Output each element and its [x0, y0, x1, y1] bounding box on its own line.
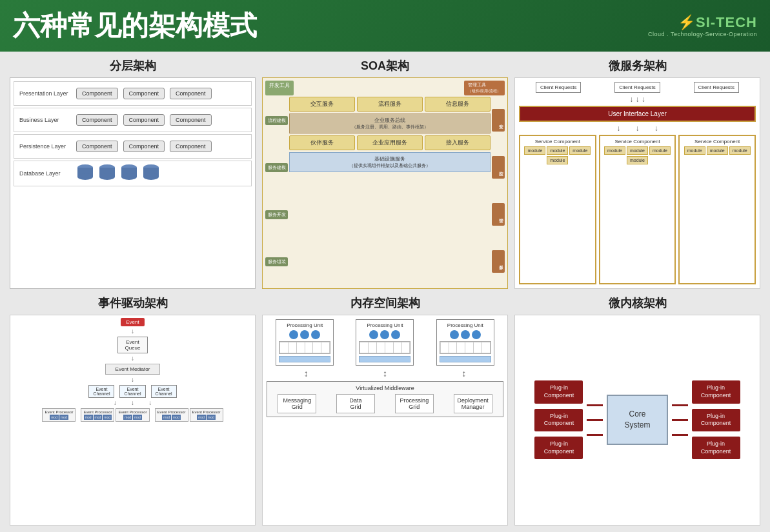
ep-mod: mod	[197, 415, 206, 420]
soa-label-1: 流程建模	[265, 116, 288, 125]
soa-rlabel-1: 安全	[492, 109, 505, 132]
ep-mod: mod	[103, 415, 112, 420]
ep-modules: mod mod mod	[84, 415, 112, 420]
kernel-title: 微内核架构	[609, 295, 667, 311]
layer-presentation: Presentation Layer Component Component C…	[14, 81, 252, 106]
dot	[300, 330, 309, 339]
soa-right-labels: 安全 监控 管理 服务	[492, 97, 505, 286]
module: module	[684, 146, 705, 155]
section-kernel: 微内核架构 Plug-inComponent Plug-inComponent …	[514, 295, 760, 526]
channel-col-3: EventChannel	[151, 385, 177, 398]
connector-right-3	[672, 434, 688, 436]
left-plugin-1: Plug-inComponent	[534, 380, 583, 403]
layer-component: Component	[76, 88, 118, 99]
unit-bar-2	[359, 356, 410, 362]
grid-processing: ProcessingGrid	[395, 394, 434, 413]
ep-label: Event Processor	[118, 410, 147, 414]
right-plugin-3: Plug-inComponent	[692, 437, 740, 459]
ep-mod: mod	[133, 415, 142, 420]
event-channel-1: EventChannel	[88, 385, 114, 398]
dot	[369, 330, 378, 339]
ep-2: Event Processor mod mod mod	[81, 408, 114, 422]
ep-modules: mod mod	[197, 415, 215, 420]
connector-left-1	[587, 404, 603, 406]
event-channel-2: EventChannel	[119, 385, 145, 398]
unit-title-2: Processing Unit	[359, 322, 410, 328]
right-plugin-1: Plug-inComponent	[692, 380, 740, 403]
layer-component: Component	[170, 88, 212, 99]
section-microservice: 微服务架构 Client Requests Client Requests Cl…	[514, 58, 760, 289]
event-processors: Event Processor mod mod Event Processor …	[13, 408, 252, 422]
event-channel-3: EventChannel	[151, 385, 177, 398]
soa-left-labels: 流程建模 服务建模 服务开发 服务组装	[265, 97, 288, 286]
module: module	[649, 146, 671, 155]
ep-mod: mod	[123, 415, 132, 420]
db-icons	[76, 164, 160, 183]
connector-left-3	[587, 434, 603, 436]
ep-modules: mod mod	[50, 415, 68, 420]
soa-title: SOA架构	[361, 58, 409, 74]
layer-database: Database Layer	[14, 161, 252, 186]
client-3: Client Requests	[694, 82, 739, 93]
soa-cell-3: 信息服务	[425, 97, 491, 112]
layer-label-persistence: Persistence Layer	[19, 143, 71, 150]
layer-component: Component	[76, 141, 118, 152]
layer-component: Component	[123, 88, 165, 99]
ep-3: Event Processor mod mod	[116, 408, 149, 422]
layer-label-database: Database Layer	[19, 170, 71, 177]
unit-title-3: Processing Unit	[440, 322, 491, 328]
event-diagram: Event ↓ EventQueue ↓ Event Mediator ↓ Ev…	[10, 315, 256, 526]
layer-business: Business Layer Component Component Compo…	[14, 108, 252, 132]
soa-center: 交互服务 流程服务 信息服务 企业服务总线（服务注册、调用、路由、事件框架） 伙…	[289, 97, 491, 286]
dot	[472, 330, 481, 339]
vm-title: Virtualized Middleware	[270, 385, 500, 391]
modules-1: module module module module	[523, 146, 593, 164]
section-layered: 分层架构 Presentation Layer Component Compon…	[10, 58, 256, 289]
arrow-queue: ↓	[131, 355, 134, 362]
channel-col-2: EventChannel	[119, 385, 145, 398]
module: module	[707, 146, 728, 155]
soa-cell-5: 企业应用服务	[357, 135, 423, 150]
processor-group-3: Event Processor mod mod Event Processor …	[155, 408, 223, 422]
event-channels: EventChannel EventChannel EventChannel	[13, 385, 252, 398]
layered-diagram: Presentation Layer Component Component C…	[10, 77, 256, 289]
logo-text: ⚡SI-TECH	[678, 14, 757, 31]
micro-diagram: Client Requests Client Requests Client R…	[514, 77, 760, 289]
right-plugin-2: Plug-inComponent	[692, 409, 740, 431]
unit-title-1: Processing Unit	[279, 322, 330, 328]
space-title: 内存空间架构	[350, 295, 420, 311]
client-1: Client Requests	[536, 82, 581, 93]
ep-label: Event Processor	[83, 410, 112, 414]
kernel-left-plugins: Plug-inComponent Plug-inComponent Plug-i…	[534, 380, 583, 459]
soa-label-2: 服务建模	[265, 163, 288, 172]
svg-point-8	[121, 173, 137, 180]
module: module	[569, 146, 591, 155]
micro-services: Service Component module module module m…	[519, 135, 756, 284]
dot	[380, 330, 389, 339]
arrow-mediator: ↓	[131, 376, 134, 384]
soa-rlabel-4: 服务	[492, 250, 505, 273]
module: module	[547, 156, 568, 164]
modules-2: module module module module	[603, 146, 673, 164]
event-mediator: Event Mediator	[105, 364, 161, 375]
kernel-diagram: Plug-inComponent Plug-inComponent Plug-i…	[514, 315, 760, 526]
unit-dots-3	[440, 330, 491, 339]
soa-cell-1: 交互服务	[289, 97, 355, 112]
layer-component: Component	[170, 114, 212, 126]
svg-point-11	[143, 173, 159, 180]
dot	[450, 330, 459, 339]
ep-label: Event Processor	[45, 410, 73, 414]
layer-persistence: Persistence Layer Component Component Co…	[14, 134, 252, 159]
arrow-ui: ↓ ↓ ↓	[519, 124, 756, 132]
dot	[391, 330, 400, 339]
event-box: Event	[121, 318, 144, 326]
event-title: 事件驱动架构	[98, 295, 168, 311]
layer-component: Component	[123, 114, 165, 126]
connector-left-2	[587, 419, 603, 421]
soa-esb: 企业服务总线（服务注册、调用、路由、事件框架）	[289, 113, 491, 133]
client-2: Client Requests	[614, 82, 660, 93]
micro-service-3: Service Component module module module	[678, 135, 756, 284]
logo-slash: ⚡	[678, 14, 696, 30]
soa-manage-tool: 管理工具（组件/应用/流程）	[464, 81, 505, 95]
processor-group-1: Event Processor mod mod	[42, 408, 76, 422]
